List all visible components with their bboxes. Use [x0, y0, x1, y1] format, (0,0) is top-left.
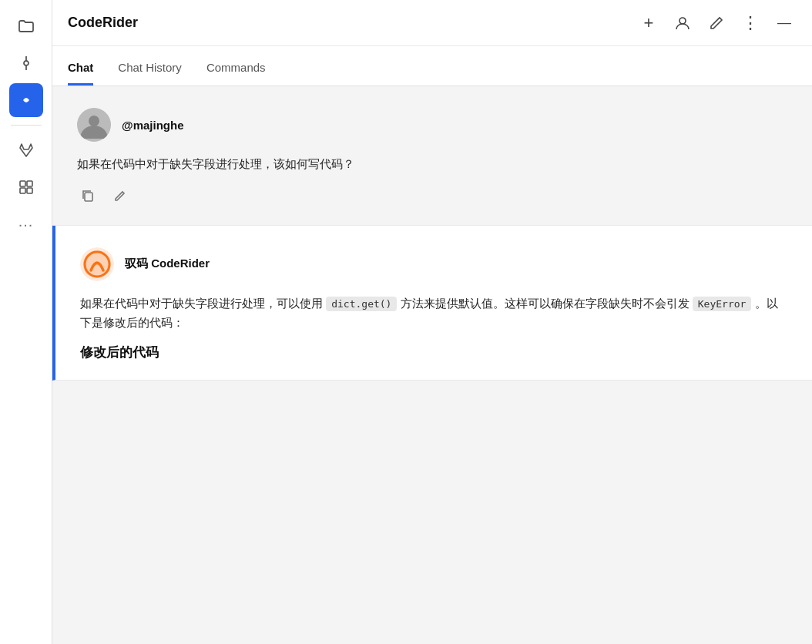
tabs-bar: Chat Chat History Commands	[52, 46, 812, 86]
tab-chat-history[interactable]: Chat History	[118, 61, 182, 86]
ai-inline-code-1: dict.get()	[326, 297, 397, 311]
ai-message-text: 如果在代码中对于缺失字段进行处理，可以使用 dict.get() 方法来提供默认…	[80, 293, 787, 333]
more-button[interactable]: ⋮	[738, 11, 763, 35]
edit-message-button[interactable]	[109, 185, 131, 206]
sidebar-item-folder[interactable]	[9, 9, 43, 43]
app-header: CodeRider + ⋮ —	[52, 0, 812, 46]
ai-inline-code-2: KeyError	[693, 297, 752, 311]
sidebar: ···	[0, 0, 52, 644]
tab-chat[interactable]: Chat	[68, 61, 93, 86]
ai-text-part1: 如果在代码中对于缺失字段进行处理，可以使用	[80, 297, 323, 310]
sidebar-item-extensions[interactable]	[9, 170, 43, 204]
profile-button[interactable]	[670, 11, 695, 35]
ai-message-name: 驭码 CodeRider	[125, 257, 210, 271]
sidebar-divider-1	[11, 125, 42, 126]
app-title: CodeRider	[68, 15, 138, 31]
user-avatar	[77, 108, 111, 142]
ai-avatar	[80, 247, 114, 281]
copy-message-button[interactable]	[77, 185, 99, 206]
ai-message-block: 驭码 CodeRider 如果在代码中对于缺失字段进行处理，可以使用 dict.…	[52, 226, 812, 381]
user-message-header: @majinghe	[77, 108, 787, 142]
svg-rect-4	[20, 181, 25, 186]
user-message-text: 如果在代码中对于缺失字段进行处理，该如何写代码？	[77, 154, 787, 174]
svg-rect-11	[85, 193, 92, 201]
sidebar-item-coderider[interactable]	[9, 83, 43, 117]
tab-commands[interactable]: Commands	[206, 61, 266, 86]
user-message-block: @majinghe 如果在代码中对于缺失字段进行处理，该如何写代码？	[52, 86, 812, 226]
ai-text-part2: 方法来提供默认值。这样可以确保在字段缺失时不会引发	[401, 297, 690, 310]
ai-message-header: 驭码 CodeRider	[80, 247, 787, 281]
user-message-name: @majinghe	[122, 119, 183, 132]
header-actions: + ⋮ —	[636, 11, 797, 35]
sidebar-item-more[interactable]: ···	[9, 207, 43, 241]
ai-section-heading: 修改后的代码	[80, 344, 787, 361]
minimize-button[interactable]: —	[772, 11, 797, 35]
svg-point-10	[89, 116, 99, 126]
svg-rect-5	[27, 181, 32, 186]
compose-button[interactable]	[704, 11, 729, 35]
sidebar-nav: ···	[0, 9, 52, 241]
svg-point-8	[679, 18, 686, 24]
sidebar-item-commit[interactable]	[9, 46, 43, 80]
chat-area: @majinghe 如果在代码中对于缺失字段进行处理，该如何写代码？	[52, 86, 812, 644]
svg-point-0	[24, 61, 29, 65]
add-button[interactable]: +	[636, 11, 661, 35]
svg-rect-7	[27, 188, 32, 193]
main-panel: CodeRider + ⋮ — Chat Chat History Comman…	[52, 0, 812, 644]
user-message-actions	[77, 185, 787, 206]
svg-rect-6	[20, 188, 25, 193]
sidebar-item-gitlab[interactable]	[9, 133, 43, 167]
